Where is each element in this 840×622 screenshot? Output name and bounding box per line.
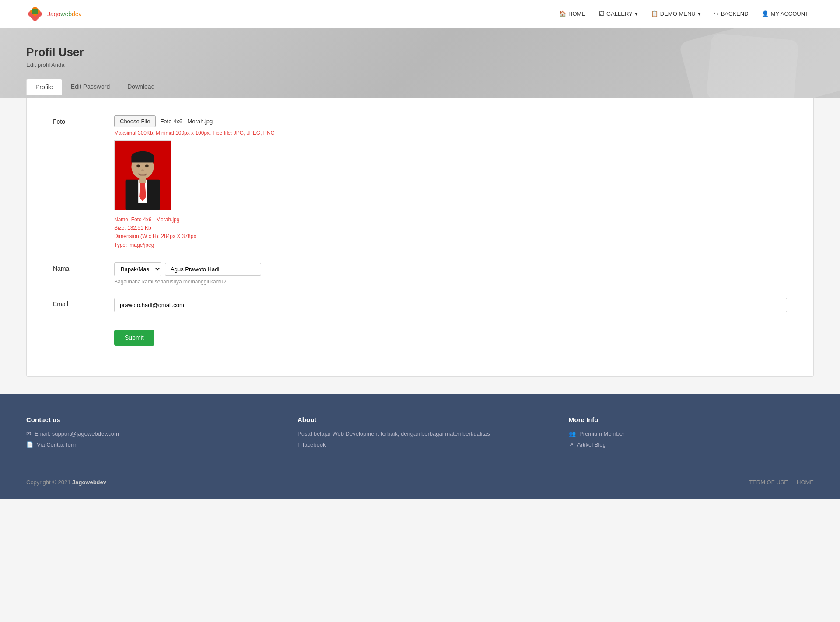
email-field: [114, 298, 787, 312]
nav-item-my-account[interactable]: 👤 MY ACCOUNT: [756, 7, 814, 21]
salutation-select[interactable]: Bapak/Mas Ibu/Mbak: [114, 262, 161, 276]
premium-icon: 👥: [569, 430, 576, 437]
chevron-down-icon-2: ▾: [698, 10, 701, 17]
footer-home-link[interactable]: HOME: [797, 479, 814, 486]
file-info-dimension: Dimension (W x H): 284px X 378px: [114, 232, 787, 241]
svg-marker-2: [32, 9, 38, 14]
user-icon: 👤: [762, 10, 769, 17]
nama-label: Nama: [53, 262, 97, 272]
footer-more-title: More Info: [569, 416, 814, 423]
file-info-type: Type: image/jpeg: [114, 241, 787, 249]
footer-blog-item[interactable]: ↗ Artikel Blog: [569, 441, 814, 448]
nav-link-my-account[interactable]: 👤 MY ACCOUNT: [756, 7, 814, 21]
nav-link-demo-menu[interactable]: 📋 DEMO MENU ▾: [646, 7, 706, 21]
email-input[interactable]: [114, 298, 787, 312]
foto-label: Foto: [53, 115, 97, 125]
nav-links: 🏠 HOME 🖼 GALLERY ▾ 📋 DEMO MENU ▾ ↪ BACKE…: [554, 7, 814, 21]
footer-contact-form-item: 📄 Via Contac form: [26, 441, 271, 448]
form-icon: 📄: [26, 441, 33, 448]
footer-about: About Pusat belajar Web Development terb…: [298, 416, 542, 452]
tab-edit-password[interactable]: Edit Password: [62, 79, 119, 95]
nav-link-backend[interactable]: ↪ BACKEND: [709, 7, 754, 21]
submit-row: Submit: [53, 325, 787, 346]
hero-banner: Profil User Edit profil Anda Profile Edi…: [0, 28, 840, 98]
name-input[interactable]: [165, 263, 261, 276]
file-input-row: Choose File Foto 4x6 - Merah.jpg: [114, 115, 787, 127]
footer-bottom-links: TERM OF USE HOME: [749, 479, 814, 486]
email-icon: ✉: [26, 430, 31, 437]
nama-field: Bapak/Mas Ibu/Mbak Bagaimana kami seharu…: [114, 262, 787, 285]
name-hint: Bagaimana kami seharusnya memanggil kamu…: [114, 279, 787, 285]
tab-download[interactable]: Download: [119, 79, 163, 95]
footer-premium-item[interactable]: 👥 Premium Member: [569, 430, 814, 437]
footer-facebook-item[interactable]: f facebook: [298, 441, 542, 448]
footer-more-info: More Info 👥 Premium Member ↗ Artikel Blo…: [569, 416, 814, 452]
footer: Contact us ✉ Email: support@jagowebdev.c…: [0, 394, 840, 499]
home-icon: 🏠: [559, 10, 566, 17]
footer-contact-title: Contact us: [26, 416, 271, 423]
file-info-size: Size: 132.51 Kb: [114, 224, 787, 232]
blog-link[interactable]: Artikel Blog: [577, 441, 606, 448]
footer-email-item: ✉ Email: support@jagowebdev.com: [26, 430, 271, 437]
footer-about-title: About: [298, 416, 542, 423]
chevron-down-icon: ▾: [635, 10, 638, 17]
external-link-icon: ↗: [569, 441, 574, 448]
brand-text: Jagowebdev: [47, 10, 82, 17]
term-of-use-link[interactable]: TERM OF USE: [749, 479, 788, 486]
tab-profile[interactable]: Profile: [26, 79, 62, 95]
facebook-icon: f: [298, 441, 299, 448]
email-row: Email: [53, 298, 787, 312]
page-subtitle: Edit profil Anda: [26, 62, 814, 68]
facebook-link[interactable]: facebook: [303, 441, 326, 448]
footer-about-desc: Pusat belajar Web Development terbaik, d…: [298, 430, 542, 437]
foto-row: Foto Choose File Foto 4x6 - Merah.jpg Ma…: [53, 115, 787, 249]
page-title: Profil User: [26, 45, 814, 59]
nav-link-gallery[interactable]: 🖼 GALLERY ▾: [593, 7, 643, 21]
file-info-name: Name: Foto 4x6 - Merah.jpg: [114, 216, 787, 224]
navbar: Jagowebdev 🏠 HOME 🖼 GALLERY ▾ 📋 DEMO MEN…: [0, 0, 840, 28]
svg-point-13: [141, 169, 144, 171]
file-info: Name: Foto 4x6 - Merah.jpg Size: 132.51 …: [114, 216, 787, 249]
svg-rect-14: [140, 174, 146, 176]
gallery-icon: 🖼: [598, 10, 604, 17]
nama-row: Nama Bapak/Mas Ibu/Mbak Bagaimana kami s…: [53, 262, 787, 285]
footer-copyright: Copyright © 2021 Jagowebdev: [26, 479, 106, 486]
brand-logo[interactable]: Jagowebdev: [26, 5, 82, 23]
svg-point-12: [145, 164, 149, 167]
photo-svg: [115, 140, 171, 210]
footer-contact: Contact us ✉ Email: support@jagowebdev.c…: [26, 416, 271, 452]
submit-button[interactable]: Submit: [114, 330, 154, 346]
choose-file-button[interactable]: Choose File: [114, 115, 156, 127]
logo-icon: [26, 5, 44, 23]
svg-rect-10: [131, 157, 154, 163]
nama-input-row: Bapak/Mas Ibu/Mbak: [114, 262, 787, 276]
main-content: Foto Choose File Foto 4x6 - Merah.jpg Ma…: [26, 98, 814, 377]
nav-item-gallery[interactable]: 🖼 GALLERY ▾: [593, 7, 643, 21]
photo-preview: [114, 140, 171, 210]
demo-icon: 📋: [651, 10, 658, 17]
file-name-display: Foto 4x6 - Merah.jpg: [160, 118, 213, 125]
premium-link[interactable]: Premium Member: [579, 430, 624, 437]
nav-item-home[interactable]: 🏠 HOME: [554, 7, 591, 21]
tabs-container: Profile Edit Password Download: [26, 79, 814, 95]
nav-item-backend[interactable]: ↪ BACKEND: [709, 7, 754, 21]
nav-item-demo-menu[interactable]: 📋 DEMO MENU ▾: [646, 7, 706, 21]
nav-link-home[interactable]: 🏠 HOME: [554, 7, 591, 21]
backend-icon: ↪: [714, 10, 719, 17]
foto-field: Choose File Foto 4x6 - Merah.jpg Maksima…: [114, 115, 787, 249]
footer-columns: Contact us ✉ Email: support@jagowebdev.c…: [26, 416, 814, 452]
file-hint: Maksimal 300Kb, Minimal 100px x 100px, T…: [114, 130, 787, 136]
footer-bottom: Copyright © 2021 Jagowebdev TERM OF USE …: [26, 470, 814, 486]
svg-point-11: [136, 164, 140, 167]
email-label: Email: [53, 298, 97, 308]
